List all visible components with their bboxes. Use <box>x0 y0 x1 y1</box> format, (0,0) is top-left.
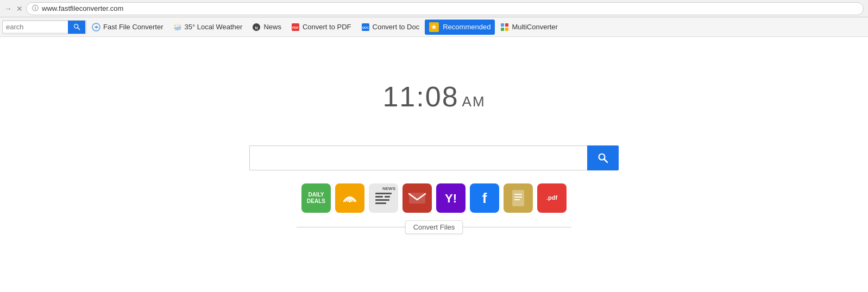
convert-files-area: Convert Files <box>297 220 572 234</box>
bookmark-local-weather[interactable]: 35° Local Weather <box>169 20 247 35</box>
ampm-text: AM <box>462 93 486 110</box>
url-text: www.fastfileconverter.com <box>42 4 123 12</box>
bookmark-multiconverter-label: MultiConverter <box>512 23 558 31</box>
qi-gdoc[interactable] <box>504 183 533 213</box>
bookmark-fast-file-converter[interactable]: Fast File Converter <box>87 20 168 35</box>
svg-line-1 <box>78 28 80 30</box>
news-icon: N <box>252 23 261 31</box>
address-bar[interactable]: ⓘ www.fastfileconverter.com <box>26 2 864 15</box>
main-search-container <box>249 145 619 170</box>
svg-rect-16 <box>409 193 425 204</box>
qi-news[interactable]: NEWS <box>369 183 398 213</box>
qi-yahoo[interactable]: Y! <box>436 183 466 213</box>
browser-bar: → ✕ ⓘ www.fastfileconverter.com <box>0 0 868 17</box>
qi-daily-deals[interactable]: DAILYDEALS <box>301 183 331 213</box>
svg-point-15 <box>349 200 351 202</box>
quick-icons: DAILYDEALS NEWS <box>301 183 567 213</box>
pdf-icon: PDF <box>291 23 300 31</box>
close-icon[interactable]: ✕ <box>16 4 23 13</box>
qi-audible[interactable] <box>335 183 364 213</box>
toolbar-search-input[interactable] <box>3 22 68 32</box>
svg-text:N: N <box>255 26 258 29</box>
svg-rect-12 <box>505 28 508 31</box>
svg-rect-10 <box>505 23 508 27</box>
svg-rect-9 <box>501 23 504 27</box>
multiconverter-icon <box>500 23 509 31</box>
audible-icon <box>342 192 358 205</box>
qi-gmail[interactable] <box>402 183 432 213</box>
bookmarks-bar: Fast File Converter 35° Local Weather N … <box>0 17 868 37</box>
main-content: 11:08AM DAILYDEALS <box>0 37 868 292</box>
convert-files-label[interactable]: Convert Files <box>405 220 463 234</box>
toolbar-search-button[interactable] <box>68 20 85 34</box>
back-icon[interactable]: → <box>4 4 12 13</box>
fast-file-converter-icon <box>92 23 100 31</box>
bookmark-convert-pdf[interactable]: PDF Convert to PDF <box>287 20 356 35</box>
bookmark-convert-doc-label: Convert to Doc <box>373 23 420 31</box>
gdoc-icon <box>510 189 526 207</box>
svg-text:PDF: PDF <box>292 26 299 29</box>
qi-facebook[interactable]: f <box>470 183 499 213</box>
main-search-input[interactable] <box>249 145 587 170</box>
bookmark-multiconverter[interactable]: MultiConverter <box>496 20 562 35</box>
news-lines-icon <box>372 189 395 207</box>
facebook-icon: f <box>477 190 492 206</box>
svg-text:Y!: Y! <box>445 192 457 205</box>
convert-line-right <box>463 227 571 227</box>
star-icon: ★ <box>429 22 439 32</box>
browser-nav-icons: → ✕ <box>4 4 23 13</box>
doc-icon: DOC <box>361 23 370 31</box>
convert-line-left <box>297 227 405 227</box>
bookmark-convert-pdf-label: Convert to PDF <box>303 23 351 31</box>
time-text: 11:08 <box>382 81 458 112</box>
svg-text:DOC: DOC <box>362 26 368 29</box>
gmail-icon <box>408 191 426 206</box>
qi-pdf-label: .pdf <box>546 194 557 201</box>
qi-daily-deals-label: DAILYDEALS <box>307 192 325 205</box>
svg-line-14 <box>605 160 608 163</box>
bookmark-recommended[interactable]: ★ Recommended <box>425 20 495 35</box>
bookmark-news[interactable]: N News <box>248 20 286 35</box>
bookmark-news-label: News <box>263 23 281 31</box>
clock-display: 11:08AM <box>382 80 485 113</box>
yahoo-icon: Y! <box>443 190 459 206</box>
info-icon: ⓘ <box>32 4 39 13</box>
bookmark-local-weather-label: 35° Local Weather <box>185 23 243 31</box>
bookmark-recommended-label: Recommended <box>443 23 490 31</box>
bookmark-fast-file-converter-label: Fast File Converter <box>103 23 163 31</box>
main-search-button[interactable] <box>587 145 619 170</box>
bookmark-convert-doc[interactable]: DOC Convert to Doc <box>357 20 424 35</box>
svg-rect-11 <box>501 28 504 31</box>
qi-pdf[interactable]: .pdf <box>537 183 567 213</box>
news-badge: NEWS <box>382 186 395 192</box>
weather-icon <box>173 23 182 31</box>
svg-text:f: f <box>482 190 487 206</box>
toolbar-search-box[interactable] <box>2 20 86 34</box>
svg-rect-19 <box>512 190 524 206</box>
